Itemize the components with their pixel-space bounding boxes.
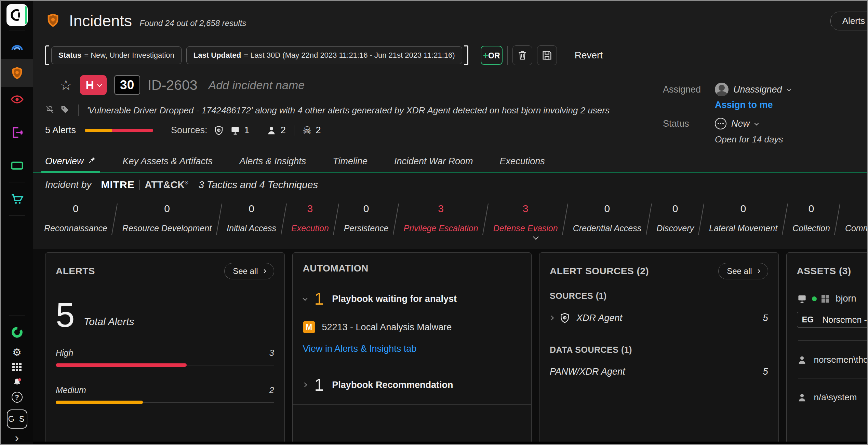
user-icon [797,355,807,365]
tactic-cell[interactable]: 0 Discovery [649,203,702,233]
automation-alert-row[interactable]: M 52213 - Local Analysis Malware [303,321,521,333]
chevron-down-icon[interactable] [303,296,307,301]
tactic-cell[interactable]: 0 Credential Access [565,203,649,233]
main-area: Incidents Found 24 out of 2,658 results … [33,1,868,444]
settings-gear-icon[interactable]: ⚙ [1,345,33,360]
asset-user-row[interactable]: norsemen\thor [797,354,868,365]
user-count[interactable]: 2 [266,125,286,136]
tactic-cell[interactable]: 3 Execution [284,203,336,233]
assign-to-me-link[interactable]: Assign to me [715,100,790,110]
alerts-card: ALERTS See all 5 Total Alerts High [45,252,285,444]
cortex-ring-icon[interactable] [1,320,33,345]
tactic-cell[interactable]: 0 Lateral Movement [702,203,785,233]
cortex-logo-icon[interactable] [6,4,28,26]
tab[interactable]: Executions [500,151,545,172]
threat-eye-icon[interactable] [1,87,33,112]
user-avatar[interactable]: G S [7,409,27,429]
star-icon[interactable]: ☆ [59,77,72,94]
marketplace-cart-icon[interactable] [1,186,33,211]
incidents-shield-icon [45,12,61,30]
tactic-cell[interactable]: 0 Initial Access [219,203,284,233]
apps-grid-icon[interactable] [1,360,33,375]
endpoints-card-icon[interactable] [1,153,33,178]
data-source-count: 5 [763,366,768,377]
assigned-label: Assigned [663,84,715,95]
incidents-shield-icon[interactable] [1,59,33,87]
tactic-cell[interactable]: 0 Resource Development [115,203,219,233]
tag-icon[interactable] [60,105,70,116]
alert-sources-card: ALERT SOURCES (2) See all SOURCES (1) XD… [539,252,779,444]
asset-user-row[interactable]: n/a\system [797,392,868,403]
xdr-agent-shield-icon [214,125,224,136]
tactic-cell[interactable]: 0 Command and Control [838,203,868,233]
delete-filter-button[interactable] [512,45,532,65]
dashboard-arc-icon[interactable] [1,34,33,59]
save-filter-button[interactable] [537,45,557,65]
mute-alerts-icon[interactable] [45,105,55,116]
host-row[interactable]: bjorn ⋮ [797,293,868,304]
alerts-see-all-button[interactable]: See all [224,263,274,279]
divider [294,125,294,136]
add-or-filter-button[interactable]: +OR [481,46,503,65]
tactics-summary: 3 Tactics and 4 Techniques [199,179,318,191]
tactic-cell[interactable]: 3 Privilege Escalation [396,203,485,233]
tab[interactable]: Key Assets & Artifacts [123,151,213,172]
filter-chip-status[interactable]: Status= New, Under Investigation [51,46,182,64]
incident-score: 30 [114,75,140,95]
endpoint-group-chip[interactable]: EG Norsemen - Pro Block Endpoin... [797,312,868,328]
page-title: Incidents [69,12,132,30]
divider [258,125,258,136]
incident-header: ☆ H 30 ID-2603 Add incident name 'Vulner… [33,70,868,151]
tactic-cell[interactable]: 0 Collection [785,203,838,233]
assets-card: ASSETS (3) See all bjorn ⋮ EG [786,252,868,444]
alerts-table-button[interactable]: Alerts Table [830,12,868,30]
severity-count: 2 [269,385,274,395]
recommendation-label: Playbook Recommendation [332,380,453,390]
filter-chip-last-updated[interactable]: Last Updated= Last 30D (May 22nd 2023 11… [186,46,462,64]
alert-sources-see-all-button[interactable]: See all [718,263,768,279]
sidebar-divider [9,215,25,215]
endpoint-monitor-icon [797,294,807,304]
tab[interactable]: Overview [45,151,96,172]
incident-name-input[interactable]: Add incident name [209,79,305,92]
assets-card-title: ASSETS (3) [797,266,851,277]
tactic-cell[interactable]: 0 Persistence [336,203,396,233]
sidebar-expand-icon[interactable]: › [15,434,19,441]
user-icon [797,392,807,403]
divider [798,340,868,341]
tactic-cell[interactable]: 3 Defense Evasion [486,203,565,233]
revert-button[interactable]: Revert [575,50,603,61]
source-row[interactable]: XDR Agent 5 [550,312,768,323]
open-duration: Open for 14 days [715,134,790,145]
endpoint-count[interactable]: 1 [230,125,250,136]
sidebar-divider [9,182,25,182]
page-header: Incidents Found 24 out of 2,658 results … [33,1,868,41]
tab[interactable]: Alerts & Insights [239,151,306,172]
sources-label: Sources: [171,125,208,136]
tab[interactable]: Incident War Room [394,151,473,172]
assignee-dropdown[interactable]: Unassigned [715,83,790,96]
tab[interactable]: Timeline [333,151,368,172]
tactic-cell[interactable]: 0 Reconnaissance [37,203,115,233]
help-icon[interactable]: ? [1,390,33,405]
online-status-icon [812,296,817,301]
alerts-card-title: ALERTS [56,266,95,277]
status-dropdown[interactable]: New [715,118,790,129]
threat-count[interactable]: ☠ 2 [303,124,321,136]
chevron-right-icon[interactable] [549,316,554,320]
waiting-count: 1 [315,289,324,309]
notifications-bell-icon[interactable] [1,375,33,390]
windows-os-icon [822,295,829,303]
pin-icon [88,156,96,167]
severity-badge[interactable]: H [80,75,107,95]
xdr-agent-shield-icon [559,312,570,323]
total-alerts-label: Total Alerts [84,316,134,330]
status-new-icon [715,118,726,129]
view-alerts-insights-link[interactable]: View in Alerts & Insights tab [303,344,417,354]
severity-count: 3 [269,348,274,358]
data-door-icon[interactable] [1,120,33,145]
severity-bar [56,363,274,367]
source-name: XDR Agent [576,313,622,323]
chevron-right-icon[interactable] [302,383,307,387]
alert-sources-card-title: ALERT SOURCES (2) [550,266,649,277]
